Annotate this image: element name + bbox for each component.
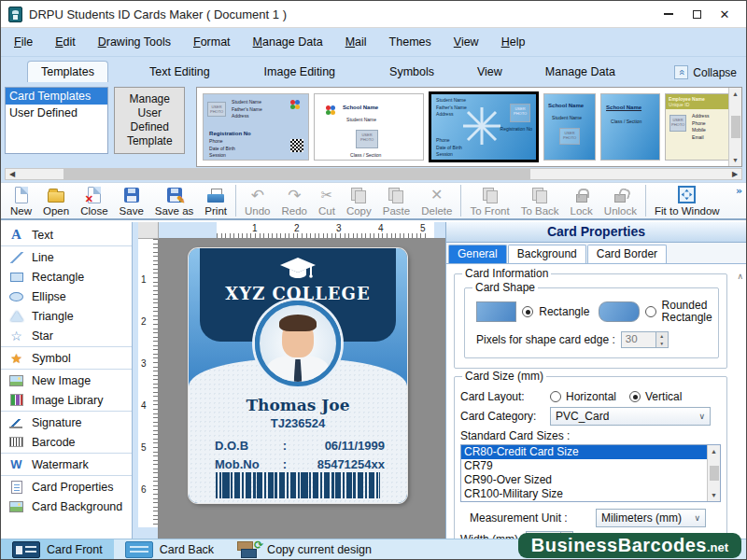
tab-background[interactable]: Background xyxy=(508,245,586,263)
fit-to-window-button[interactable]: Fit to Window xyxy=(649,182,726,219)
tab-manage-data[interactable]: Manage Data xyxy=(532,62,628,82)
menu-themes[interactable]: Themes xyxy=(389,35,431,49)
cut-button[interactable]: ✂Cut xyxy=(313,182,341,219)
print-button[interactable]: Print xyxy=(199,182,233,219)
card-photo[interactable] xyxy=(255,301,341,386)
scroll-down-icon[interactable]: ▼ xyxy=(730,154,741,166)
vertical-radio[interactable] xyxy=(629,391,641,402)
tool-ellipse[interactable]: Ellipse xyxy=(1,287,132,306)
menu-help[interactable]: Help xyxy=(501,35,526,49)
rectangle-radio[interactable] xyxy=(522,306,533,317)
tool-symbol[interactable]: ★Symbol xyxy=(1,348,132,368)
tab-symbols[interactable]: Symbols xyxy=(376,62,447,82)
menu-view[interactable]: View xyxy=(454,35,479,49)
size-option-cr100[interactable]: CR100-Military Size xyxy=(461,487,720,501)
list-item-card-templates[interactable]: Card Templates xyxy=(6,88,107,105)
save-as-button[interactable]: ✎Save as xyxy=(149,182,200,219)
tool-signature[interactable]: Signature xyxy=(1,413,132,432)
close-doc-button[interactable]: ✕Close xyxy=(75,182,113,219)
standard-card-sizes-listbox[interactable]: CR80-Credit Card Size CR79 CR90-Over Siz… xyxy=(460,444,721,502)
menu-format[interactable]: Format xyxy=(193,35,231,49)
tool-barcode[interactable]: Barcode xyxy=(1,432,132,452)
tab-text-editing[interactable]: Text Editing xyxy=(136,62,223,82)
tool-star[interactable]: ☆Star xyxy=(1,326,132,345)
tool-line[interactable]: Line xyxy=(1,247,132,267)
horizontal-radio[interactable] xyxy=(550,391,561,402)
tab-view[interactable]: View xyxy=(464,62,515,82)
template-thumbnail-1[interactable]: USER PHOTO Student NameFather's NameAddr… xyxy=(203,93,309,161)
scroll-up-icon[interactable]: ▲ xyxy=(709,445,720,457)
copy-button[interactable]: Copy xyxy=(341,182,377,219)
to-back-button[interactable]: To Back xyxy=(515,182,565,219)
shape-edge-spinner[interactable]: 30 ▲▼ xyxy=(621,331,669,348)
spin-up-icon[interactable]: ▲ xyxy=(656,332,668,340)
card-front-button[interactable]: Card Front xyxy=(1,539,114,560)
tool-watermark[interactable]: WWatermark xyxy=(1,455,132,474)
spin-down-icon[interactable]: ▼ xyxy=(656,340,668,347)
printer-icon xyxy=(207,189,224,203)
toolbar-overflow-icon[interactable]: » xyxy=(736,185,742,197)
tab-image-editing[interactable]: Image Editing xyxy=(251,62,348,82)
scroll-down-icon[interactable]: ▼ xyxy=(709,489,720,501)
template-thumbnail-2[interactable]: School Name Student Name USER PHOTO Clas… xyxy=(314,93,424,161)
card-barcode[interactable] xyxy=(216,472,380,498)
tool-triangle[interactable]: Triangle xyxy=(1,306,132,326)
tool-rectangle[interactable]: Rectangle xyxy=(1,267,132,287)
tab-general[interactable]: General xyxy=(448,245,507,263)
tool-card-background[interactable]: Card Background xyxy=(1,497,132,516)
menu-manage-data[interactable]: Manage Data xyxy=(253,35,323,49)
new-button[interactable]: New xyxy=(5,182,37,219)
card-mobile-row[interactable]: Mob.No : 85471254xx xyxy=(215,457,385,471)
close-button[interactable]: ✕ xyxy=(711,4,739,24)
sizes-scrollbar[interactable]: ▲ ▼ xyxy=(707,445,720,501)
measurement-unit-select[interactable]: Milimeters (mm) ∨ xyxy=(596,509,706,527)
menu-drawing-tools[interactable]: Drawing Tools xyxy=(98,35,171,49)
rounded-rectangle-radio[interactable] xyxy=(645,306,656,317)
maximize-button[interactable] xyxy=(683,4,711,24)
redo-button[interactable]: ↷Redo xyxy=(276,182,314,219)
open-button[interactable]: Open xyxy=(37,182,75,219)
scroll-left-icon[interactable]: ◀ xyxy=(6,170,19,178)
menu-mail[interactable]: Mail xyxy=(345,35,367,49)
unlock-button[interactable]: Unlock xyxy=(599,182,642,219)
copy-current-design-button[interactable]: ⟳ Copy current design xyxy=(225,539,383,560)
size-option-cr80[interactable]: CR80-Credit Card Size xyxy=(461,445,720,459)
card-dob-row[interactable]: D.O.B : 06/11/1999 xyxy=(215,439,385,453)
gallery-vertical-scrollbar[interactable]: ▲ ▼ xyxy=(728,88,741,166)
minimize-button[interactable] xyxy=(655,4,683,24)
paste-button[interactable]: Paste xyxy=(377,182,416,219)
tool-new-image[interactable]: New Image xyxy=(1,371,132,390)
undo-button[interactable]: ↶Undo xyxy=(239,182,276,219)
scroll-up-icon[interactable]: ▲ xyxy=(730,88,741,100)
panel-scroll-up-icon[interactable]: ∧ xyxy=(737,272,743,281)
lock-button[interactable]: Lock xyxy=(565,182,599,219)
tool-card-properties[interactable]: Card Properties xyxy=(1,477,132,497)
scroll-right-icon[interactable]: ▶ xyxy=(728,170,741,178)
tab-templates[interactable]: Templates xyxy=(27,61,108,82)
to-front-button[interactable]: To Front xyxy=(464,182,514,219)
save-button[interactable]: Save xyxy=(114,182,149,219)
size-option-cr79[interactable]: CR79 xyxy=(461,459,720,473)
gallery-horizontal-scrollbar[interactable]: ◀ ▶ xyxy=(5,168,742,180)
id-card-preview[interactable]: XYZ COLLEGE Thomas Joe TJ236524 D.O.B : … xyxy=(189,248,407,503)
card-holder-id[interactable]: TJ236524 xyxy=(189,416,407,430)
card-holder-name[interactable]: Thomas Joe xyxy=(189,396,407,414)
menu-edit[interactable]: Edit xyxy=(55,35,76,49)
collapse-button[interactable]: Collapse xyxy=(674,65,737,79)
delete-button[interactable]: ✕Delete xyxy=(416,182,458,219)
list-item-user-defined[interactable]: User Defined xyxy=(6,105,107,121)
card-category-select[interactable]: PVC_Card ∨ xyxy=(550,407,711,426)
card-back-button[interactable]: Card Back xyxy=(114,539,225,560)
size-option-cr90[interactable]: CR90-Over Sized xyxy=(461,473,720,487)
menu-file[interactable]: File xyxy=(14,35,33,49)
template-thumbnail-3-selected[interactable]: Student NameFather's NameAddress USER PH… xyxy=(429,91,539,162)
template-thumbnail-4[interactable]: School Name Student Name USER PHOTO xyxy=(543,93,596,161)
tool-text[interactable]: AText xyxy=(1,225,132,245)
tool-image-library[interactable]: Image Library xyxy=(1,390,132,410)
manage-user-defined-template-button[interactable]: Manage User Defined Template xyxy=(114,87,185,154)
tab-card-border[interactable]: Card Border xyxy=(587,245,667,263)
design-canvas[interactable]: 1 2 3 4 5 1 2 3 4 5 6 7 xyxy=(133,222,445,539)
template-thumbnail-5[interactable]: School Name Class / Section xyxy=(600,93,660,161)
fit-to-window-icon xyxy=(678,186,696,203)
template-thumbnail-6[interactable]: Employee NameUnique ID USER PHOTO Addres… xyxy=(665,93,736,161)
